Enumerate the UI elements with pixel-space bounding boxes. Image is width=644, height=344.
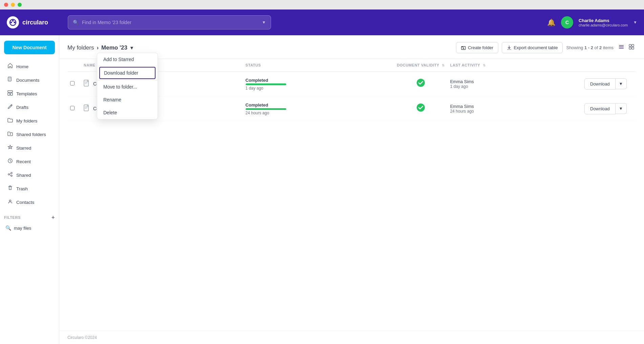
row1-checkbox-input[interactable]: [70, 81, 75, 85]
sidebar-item-shared[interactable]: Shared: [2, 168, 57, 182]
sidebar-item-shared-folders[interactable]: Shared folders: [2, 128, 57, 141]
row1-download-group: Download ▼: [584, 78, 633, 90]
row2-status-label: Completed: [246, 102, 286, 108]
maximize-button[interactable]: [18, 3, 22, 7]
shared-icon: [7, 172, 13, 178]
sidebar-item-contacts[interactable]: Contacts: [2, 195, 57, 209]
home-icon: [7, 63, 13, 70]
sidebar-item-my-folders[interactable]: My folders: [2, 114, 57, 128]
sort-validity-icon[interactable]: ⇅: [442, 63, 445, 67]
search-bar[interactable]: 🔍 ▼: [68, 15, 271, 30]
sidebar-item-shared-folders-label: Shared folders: [16, 132, 46, 137]
row1-download-arrow-button[interactable]: ▼: [616, 78, 627, 89]
svg-rect-6: [8, 93, 10, 95]
sidebar-item-home[interactable]: Home: [2, 60, 57, 73]
sidebar-item-drafts-label: Drafts: [16, 105, 28, 110]
sidebar-item-recent-label: Recent: [16, 159, 31, 164]
sidebar-item-documents[interactable]: Documents: [2, 73, 57, 87]
row2-doc-icon: [84, 104, 90, 113]
app-name: circularo: [22, 19, 48, 26]
search-dropdown-arrow[interactable]: ▼: [262, 20, 266, 25]
svg-rect-20: [629, 47, 631, 49]
row1-activity-time: 1 day ago: [450, 84, 579, 89]
sidebar-item-shared-label: Shared: [16, 173, 31, 178]
breadcrumb-parent[interactable]: My folders: [67, 44, 94, 51]
close-button[interactable]: [4, 3, 8, 7]
row2-download-button[interactable]: Download: [584, 103, 616, 114]
svg-rect-16: [619, 46, 624, 47]
row2-checkbox[interactable]: [67, 96, 81, 121]
sidebar-item-drafts[interactable]: Drafts: [2, 100, 57, 114]
row2-validity-icon: [416, 105, 425, 114]
svg-point-3: [12, 20, 14, 22]
header-actions: Create folder Export document table Show…: [456, 42, 636, 53]
context-menu-delete[interactable]: Delete: [97, 106, 158, 119]
export-button[interactable]: Export document table: [502, 42, 563, 53]
context-menu-move-to-folder[interactable]: Move to folder...: [97, 80, 158, 93]
logo-icon: [7, 16, 19, 28]
row2-status-time: 24 hours ago: [246, 111, 286, 115]
sidebar-item-contacts-label: Contacts: [16, 200, 34, 205]
showing-text: Showing 1 - 2 of 2 items: [566, 45, 614, 50]
svg-point-10: [8, 174, 9, 175]
filter-item-may-files[interactable]: 🔍 may files: [4, 223, 55, 233]
list-view-button[interactable]: [617, 42, 626, 53]
row2-checkbox-input[interactable]: [70, 106, 75, 110]
svg-rect-21: [632, 47, 634, 49]
documents-icon: [7, 77, 13, 83]
create-folder-button[interactable]: Create folder: [456, 42, 498, 53]
sidebar-item-recent[interactable]: Recent: [2, 155, 57, 168]
sidebar: New Document Home Documents Templates Dr…: [0, 35, 59, 344]
svg-point-9: [11, 172, 12, 174]
topbar: circularo 🔍 ▼ 🔔 C Charlie Adams charlie.…: [0, 9, 644, 35]
sort-activity-icon[interactable]: ⇅: [483, 63, 486, 67]
search-input[interactable]: [82, 20, 258, 25]
filters-label: FILTERS: [4, 215, 21, 219]
row1-progress-fill: [246, 83, 286, 85]
svg-point-12: [9, 200, 11, 202]
view-toggle: [617, 42, 636, 53]
starred-icon: [7, 145, 13, 151]
create-folder-icon: [461, 45, 466, 50]
row1-validity-cell: [394, 72, 447, 96]
col-validity[interactable]: DOCUMENT VALIDITY ⇅: [394, 59, 447, 72]
filters-add-icon[interactable]: +: [51, 214, 55, 221]
topbar-right: 🔔 C Charlie Adams charlie.adams@circular…: [547, 16, 637, 28]
sidebar-item-starred[interactable]: Starred: [2, 141, 57, 155]
avatar: C: [561, 16, 573, 28]
bell-icon[interactable]: 🔔: [547, 18, 556, 26]
svg-point-2: [14, 22, 16, 23]
breadcrumb-separator: ›: [97, 44, 99, 51]
new-document-button[interactable]: New Document: [4, 41, 55, 54]
footer-text: Circularo ©2024: [67, 335, 97, 340]
row2-download-group: Download ▼: [584, 103, 633, 114]
user-dropdown-icon[interactable]: ▼: [633, 20, 637, 25]
contacts-icon: [7, 199, 13, 206]
export-icon: [507, 45, 512, 50]
context-menu-download-folder[interactable]: Download folder: [99, 67, 155, 79]
sidebar-item-trash[interactable]: Trash: [2, 182, 57, 195]
filter-may-files-label: may files: [14, 226, 31, 231]
row2-download-arrow-button[interactable]: ▼: [616, 103, 627, 114]
row2-validity-cell: [394, 96, 447, 121]
row1-download-button[interactable]: Download: [584, 78, 616, 90]
row2-activity-time: 24 hours ago: [450, 109, 579, 114]
row1-checkbox[interactable]: [67, 72, 81, 96]
row2-activity-name: Emma Sims: [450, 104, 579, 109]
col-activity[interactable]: LAST ACTIVITY ⇅: [448, 59, 582, 72]
row1-actions-cell: Download ▼: [582, 72, 636, 96]
row1-activity-name: Emma Sims: [450, 79, 579, 84]
sidebar-item-home-label: Home: [16, 64, 28, 69]
row1-activity-cell: Emma Sims 1 day ago: [448, 72, 582, 96]
row1-validity-icon: [416, 80, 425, 89]
minimize-button[interactable]: [11, 3, 15, 7]
breadcrumb-current[interactable]: Memo '23 ▼: [101, 44, 134, 51]
trash-icon: [7, 185, 13, 192]
context-menu-add-starred[interactable]: Add to Starred: [97, 53, 158, 66]
breadcrumb-dropdown-icon[interactable]: ▼: [129, 45, 134, 51]
grid-view-button[interactable]: [627, 42, 636, 53]
sidebar-item-templates[interactable]: Templates: [2, 87, 57, 100]
context-menu-rename[interactable]: Rename: [97, 93, 158, 106]
svg-point-1: [11, 22, 12, 23]
svg-point-23: [417, 79, 425, 87]
